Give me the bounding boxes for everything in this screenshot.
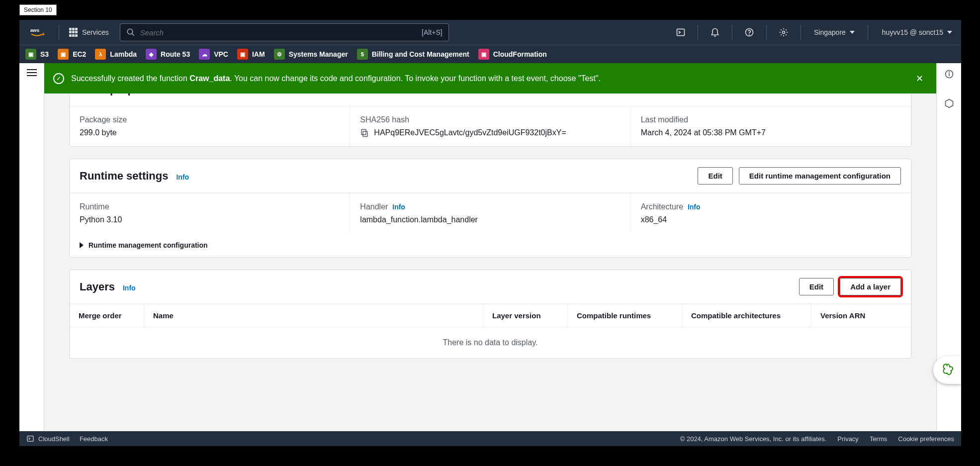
edit-runtime-button[interactable]: Edit [698, 167, 732, 185]
handler-field: Handler Info lambda_function.lambda_hand… [350, 193, 630, 233]
lambda-icon: λ [95, 49, 106, 60]
grid-icon [69, 28, 78, 37]
column-merge-order: Merge order [70, 304, 144, 327]
app-frame: aws Services [Alt+S] [19, 20, 961, 446]
feedback-link[interactable]: Feedback [80, 435, 108, 443]
shortcut-label: Billing and Cost Management [372, 50, 469, 58]
shortcut-ec2[interactable]: ▣EC2 [58, 49, 86, 60]
code-properties-panel: Code properties Info Package size 299.0 … [69, 93, 911, 147]
success-banner: ✓ Successfully created the function Craw… [44, 63, 936, 93]
left-gutter [19, 93, 44, 431]
search-input[interactable] [140, 28, 417, 37]
shortcut-s3[interactable]: ▣S3 [25, 49, 49, 60]
runtime-mgmt-expand[interactable]: Runtime management configuration [70, 233, 911, 257]
banner-prefix: Successfully created the function [71, 74, 189, 83]
services-label: Services [82, 28, 109, 36]
shortcut-label: IAM [252, 50, 265, 58]
last-modified-field: Last modified March 4, 2024 at 05:38 PM … [631, 106, 911, 146]
svg-rect-11 [361, 129, 366, 135]
add-layer-button[interactable]: Add a layer [840, 278, 901, 295]
field-value: Python 3.10 [80, 215, 340, 224]
info-link[interactable]: Info [123, 284, 136, 292]
layers-empty-state: There is no data to display. [70, 327, 911, 358]
caret-right-icon [80, 242, 84, 248]
field-value: lambda_function.lambda_handler [360, 215, 620, 224]
hexagon-icon[interactable] [944, 98, 954, 108]
terms-link[interactable]: Terms [870, 435, 887, 443]
runtime-field: Runtime Python 3.10 [70, 193, 350, 233]
field-label: Runtime [80, 202, 340, 211]
search-icon [126, 28, 135, 37]
global-search[interactable]: [Alt+S] [120, 23, 449, 41]
field-label: Architecture [641, 202, 683, 211]
sidebar-toggle[interactable] [19, 63, 44, 93]
svg-point-6 [783, 31, 785, 34]
workspace: Code properties Info Package size 299.0 … [19, 93, 961, 431]
aws-logo[interactable]: aws [25, 27, 54, 38]
service-shortcuts-bar: ▣S3 ▣EC2 λLambda ◆Route 53 ☁VPC ▣IAM ⚙Sy… [19, 45, 961, 63]
notifications-button[interactable] [703, 20, 727, 45]
hamburger-icon [27, 69, 37, 76]
code-properties-header: Code properties Info [70, 93, 911, 106]
chevron-down-icon [947, 31, 952, 34]
shortcut-label: VPC [214, 50, 228, 58]
divider [698, 25, 698, 40]
divider [801, 25, 801, 40]
info-link[interactable]: Info [392, 203, 405, 211]
info-icon[interactable] [944, 69, 954, 79]
copy-icon[interactable] [360, 128, 369, 137]
services-menu-button[interactable]: Services [64, 25, 114, 40]
banner-suffix: . You can now change its code and config… [230, 74, 601, 83]
info-link[interactable]: Info [688, 203, 701, 211]
shortcut-vpc[interactable]: ☁VPC [199, 49, 228, 60]
copyright-text: © 2024, Amazon Web Services, Inc. or its… [680, 435, 827, 443]
layers-table-header: Merge order Name Layer version Compatibl… [70, 304, 911, 327]
info-link[interactable]: Info [176, 173, 189, 181]
help-button[interactable] [737, 20, 761, 45]
svg-marker-12 [945, 99, 953, 108]
iam-icon: ▣ [237, 49, 248, 60]
cloudshell-icon-button[interactable] [669, 20, 693, 45]
info-link[interactable]: Info [172, 93, 184, 94]
cloudshell-link[interactable]: CloudShell [26, 435, 70, 443]
edit-layers-button[interactable]: Edit [799, 278, 834, 295]
banner-text: Successfully created the function Craw_d… [71, 74, 601, 83]
svg-rect-10 [363, 131, 367, 137]
shortcut-billing[interactable]: $Billing and Cost Management [357, 49, 469, 60]
ec2-icon: ▣ [58, 49, 69, 60]
floating-assist-button[interactable] [933, 356, 961, 384]
shortcut-route53[interactable]: ◆Route 53 [146, 49, 190, 60]
shortcut-lambda[interactable]: λLambda [95, 49, 137, 60]
panel-title: Runtime settings [80, 170, 168, 183]
settings-button[interactable] [772, 20, 796, 45]
banner-function-name: Craw_data [189, 74, 230, 83]
s3-icon: ▣ [25, 49, 36, 60]
privacy-link[interactable]: Privacy [837, 435, 859, 443]
shortcut-iam[interactable]: ▣IAM [237, 49, 265, 60]
edit-runtime-mgmt-button[interactable]: Edit runtime management configuration [739, 167, 901, 185]
banner-close-button[interactable]: ✕ [912, 70, 927, 87]
layers-panel: Layers Info Edit Add a layer Merge order… [69, 270, 911, 359]
architecture-field: Architecture Info x86_64 [631, 193, 911, 233]
field-value: 299.0 byte [80, 128, 340, 137]
divider [868, 25, 868, 40]
shortcut-systems-manager[interactable]: ⚙Systems Manager [274, 49, 348, 60]
search-shortcut: [Alt+S] [422, 28, 443, 36]
vpc-icon: ☁ [199, 49, 210, 60]
sm-icon: ⚙ [274, 49, 285, 60]
divider [732, 25, 732, 40]
shortcut-label: Lambda [110, 50, 137, 58]
column-arn: Version ARN [811, 304, 911, 327]
runtime-header: Runtime settings Info Edit Edit runtime … [70, 159, 911, 193]
region-selector[interactable]: Singapore [806, 28, 863, 36]
column-name: Name [144, 304, 483, 327]
cloudshell-label: CloudShell [38, 435, 70, 443]
expand-label: Runtime management configuration [89, 241, 208, 249]
cookie-link[interactable]: Cookie preferences [898, 435, 954, 443]
sha256-field: SHA256 hash HAPq9EReJVEC5gLavtc/gyd5vZtd… [350, 106, 630, 146]
shortcut-cloudformation[interactable]: ▣CloudFormation [478, 49, 547, 60]
chevron-down-icon [850, 31, 855, 34]
banner-row: ✓ Successfully created the function Craw… [19, 63, 961, 93]
account-menu[interactable]: huyvv15 @ sonct15 [873, 28, 961, 36]
field-label: SHA256 hash [360, 115, 620, 124]
